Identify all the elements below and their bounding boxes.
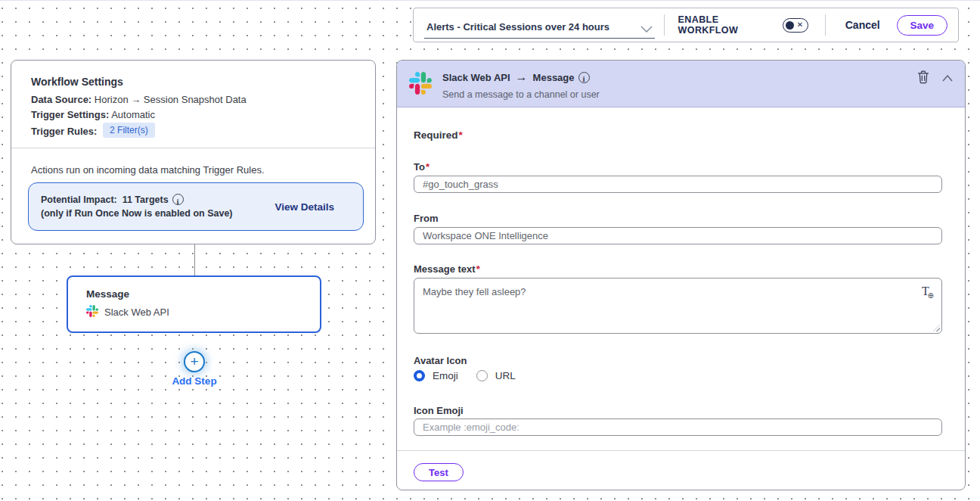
trigger-settings-label: Trigger Settings: <box>31 109 109 120</box>
icon-emoji-field-label: Icon Emoji <box>414 405 464 416</box>
actions-note: Actions run on incoming data matching Tr… <box>31 164 265 176</box>
panel-title: Workflow Settings <box>31 76 123 88</box>
required-asterisk: * <box>426 161 430 173</box>
action-name: Message <box>533 72 575 83</box>
data-source-value: Horizon → Session Snapshot Data <box>95 94 247 105</box>
enable-workflow-toggle[interactable] <box>783 18 808 33</box>
from-field-label: From <box>414 213 439 224</box>
view-details-link[interactable]: View Details <box>274 201 334 213</box>
info-icon[interactable] <box>172 194 184 205</box>
panel-divider <box>397 450 965 451</box>
node-connector-line <box>194 244 195 275</box>
insert-lookup-value-icon[interactable]: T <box>918 284 933 299</box>
action-panel-header: Slack Web API → Message Send a message t… <box>397 61 965 107</box>
slack-icon <box>86 305 98 319</box>
filters-badge[interactable]: 2 Filter(s) <box>103 123 155 138</box>
to-field-label: To* <box>414 161 430 173</box>
impact-label: Potential Impact: <box>41 194 117 205</box>
message-step-node[interactable]: Message Slack Web API <box>67 275 321 333</box>
add-step-label[interactable]: Add Step <box>149 375 240 387</box>
action-service-name: Slack Web API <box>442 72 510 83</box>
trigger-settings-row: Trigger Settings: Automatic <box>31 109 155 120</box>
to-input[interactable] <box>414 176 942 193</box>
action-description: Send a message to a channel or user <box>442 89 600 100</box>
radio-emoji-selected[interactable] <box>414 370 425 381</box>
add-step-button[interactable] <box>184 351 205 372</box>
icon-emoji-input[interactable] <box>414 419 942 436</box>
impact-note: (only if Run Once Now is enabled on Save… <box>41 207 233 220</box>
avatar-icon-radio-group: Emoji URL <box>414 370 526 381</box>
toggle-off-x-icon <box>797 21 803 29</box>
required-section-label: Required* <box>414 129 463 141</box>
avatar-icon-field-label: Avatar Icon <box>414 355 467 366</box>
toolbar-divider <box>664 14 665 36</box>
delete-step-button[interactable] <box>916 70 930 86</box>
panel-divider <box>11 148 375 148</box>
from-input[interactable] <box>414 227 942 244</box>
trigger-rules-row: Trigger Rules: 2 Filter(s) <box>31 124 155 139</box>
data-source-label: Data Source: <box>31 94 91 105</box>
collapse-panel-button[interactable] <box>942 73 953 82</box>
potential-impact-box: Potential Impact: 11 Targets (only if Ru… <box>28 182 364 231</box>
radio-url-unselected[interactable] <box>476 370 488 381</box>
radio-url-label[interactable]: URL <box>495 370 516 381</box>
trigger-rules-label: Trigger Rules: <box>31 126 97 137</box>
message-text-field-label: Message text* <box>414 263 480 275</box>
radio-emoji-label[interactable]: Emoji <box>433 370 458 381</box>
workflow-selector[interactable]: Alerts - Critical Sessions over 24 hours <box>424 21 655 39</box>
cancel-button[interactable]: Cancel <box>845 19 880 31</box>
toolbar-divider <box>825 14 826 36</box>
arrow-right-icon: → <box>516 70 528 84</box>
message-text-wrapper: Maybe they fell asleep? T <box>414 278 942 334</box>
slack-icon <box>409 72 432 98</box>
required-asterisk: * <box>459 129 463 141</box>
trigger-settings-value: Automatic <box>111 109 155 120</box>
test-button[interactable]: Test <box>414 463 464 481</box>
toggle-knob-icon <box>786 21 794 30</box>
data-source-row: Data Source: Horizon → Session Snapshot … <box>31 94 247 105</box>
workflow-toolbar: Alerts - Critical Sessions over 24 hours… <box>413 8 959 42</box>
enable-workflow-label: ENABLE WORKFLOW <box>678 14 775 36</box>
workflow-settings-panel: Workflow Settings Data Source: Horizon →… <box>11 60 376 244</box>
required-asterisk: * <box>476 263 480 275</box>
message-text-input[interactable]: Maybe they fell asleep? <box>414 278 942 334</box>
workflow-selector-value: Alerts - Critical Sessions over 24 hours <box>426 21 609 33</box>
info-icon[interactable] <box>578 72 590 83</box>
impact-text: Potential Impact: 11 Targets (only if Ru… <box>41 193 233 220</box>
node-title: Message <box>86 288 320 300</box>
chevron-down-icon <box>640 26 653 33</box>
save-button[interactable]: Save <box>897 15 947 36</box>
node-subtitle: Slack Web API <box>104 307 169 318</box>
slack-action-panel: Slack Web API → Message Send a message t… <box>396 60 966 490</box>
impact-value: 11 Targets <box>122 194 169 205</box>
